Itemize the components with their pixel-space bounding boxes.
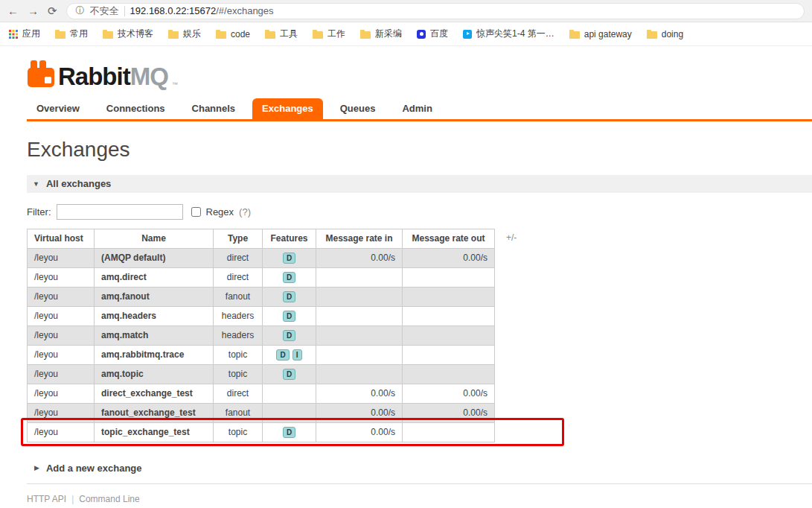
http-api-link[interactable]: HTTP API xyxy=(27,494,66,504)
bookmark-item[interactable]: api gateway xyxy=(569,29,632,39)
bookmark-label: code xyxy=(231,29,250,39)
bookmark-item[interactable]: 新采编 xyxy=(360,28,402,40)
tab-queues[interactable]: Queues xyxy=(330,98,386,119)
regex-checkbox[interactable] xyxy=(191,207,201,217)
omnibox-divider xyxy=(124,6,125,16)
type-cell: topic xyxy=(214,364,263,384)
vhost-cell: /leyou xyxy=(28,267,95,287)
expand-arrow-icon: ▶ xyxy=(34,464,39,472)
type-cell: topic xyxy=(214,422,263,442)
feature-badge-d: D xyxy=(283,369,295,380)
exchange-row: /leyouamq.rabbitmq.tracetopicDI xyxy=(28,345,495,364)
all-exchanges-section-header[interactable]: ▼ All exchanges xyxy=(27,175,812,193)
vhost-cell: /leyou xyxy=(28,326,95,345)
trademark-symbol: ™ xyxy=(172,81,178,88)
exchange-row: /leyoufanout_exchange_testfanout0.00/s0.… xyxy=(28,403,495,422)
name-cell[interactable]: amq.rabbitmq.trace xyxy=(95,345,214,364)
bookmark-item[interactable]: doing xyxy=(647,29,683,39)
feature-badge-i: I xyxy=(292,349,302,361)
type-cell: headers xyxy=(214,326,263,345)
feature-badge-d: D xyxy=(283,311,295,322)
name-cell[interactable]: fanout_exchange_test xyxy=(95,403,214,422)
type-cell: headers xyxy=(214,306,263,326)
command-line-link[interactable]: Command Line xyxy=(79,494,139,504)
exchange-row: /leyouamq.headersheadersD xyxy=(28,306,495,326)
name-cell[interactable]: (AMQP default) xyxy=(95,248,214,267)
footer-separator: | xyxy=(71,494,74,504)
bookmark-label: 技术博客 xyxy=(118,28,153,40)
col-header-name[interactable]: Name xyxy=(95,229,214,248)
name-cell[interactable]: topic_exchange_test xyxy=(95,422,214,442)
col-header-message-rate-in[interactable]: Message rate in xyxy=(316,229,403,248)
type-cell: direct xyxy=(214,384,263,403)
bookmark-label: 惊声尖笑1-4 第一… xyxy=(476,28,554,40)
add-exchange-section-header[interactable]: ▶ Add a new exchange xyxy=(27,456,812,484)
tab-connections[interactable]: Connections xyxy=(97,98,175,119)
page-title: Exchanges xyxy=(27,138,812,162)
bookmark-item[interactable]: 常用 xyxy=(55,28,88,40)
filter-input[interactable] xyxy=(57,204,183,220)
bookmark-item[interactable]: code xyxy=(216,29,250,39)
name-cell[interactable]: amq.match xyxy=(95,326,214,345)
regex-help-link[interactable]: (?) xyxy=(239,206,251,218)
folder-icon xyxy=(103,31,113,39)
tab-admin[interactable]: Admin xyxy=(392,98,441,119)
bookmark-item[interactable]: 工作 xyxy=(313,28,345,40)
refresh-icon[interactable]: ⟳ xyxy=(48,5,57,16)
bookmark-item[interactable]: 百度 xyxy=(417,28,448,40)
nav-tabs: OverviewConnectionsChannelsExchangesQueu… xyxy=(27,98,812,121)
address-bar[interactable]: ⓘ 不安全 192.168.0.22:15672/#/exchanges xyxy=(66,3,805,19)
bookmark-label: api gateway xyxy=(584,29,632,39)
vhost-cell: /leyou xyxy=(28,306,95,326)
features-cell: D xyxy=(263,287,316,306)
bookmark-item[interactable]: 应用 xyxy=(9,28,40,40)
bookmark-item[interactable]: 娱乐 xyxy=(168,28,201,40)
message-rate-out-cell: 0.00/s xyxy=(403,403,495,422)
vhost-cell: /leyou xyxy=(28,422,95,442)
bookmark-label: 娱乐 xyxy=(183,28,201,40)
name-cell[interactable]: amq.topic xyxy=(95,364,214,384)
col-header-virtual-host[interactable]: Virtual host xyxy=(28,229,95,248)
feature-badge-d: D xyxy=(283,291,295,302)
table-header-row: Virtual host Name Type Features Message … xyxy=(28,229,495,248)
message-rate-in-cell xyxy=(316,345,403,364)
security-label[interactable]: 不安全 xyxy=(90,4,119,18)
features-cell xyxy=(263,384,316,403)
feature-badge-d: D xyxy=(283,427,295,438)
message-rate-in-cell: 0.00/s xyxy=(316,422,403,442)
back-icon[interactable]: ← xyxy=(7,5,19,16)
features-cell: D xyxy=(263,267,316,287)
bookmark-item[interactable]: 惊声尖笑1-4 第一… xyxy=(463,28,554,40)
type-cell: fanout xyxy=(214,287,263,306)
forward-icon[interactable]: → xyxy=(28,5,39,16)
feature-badge-d: D xyxy=(283,330,295,341)
message-rate-in-cell xyxy=(316,306,403,326)
name-cell[interactable]: amq.fanout xyxy=(95,287,214,306)
message-rate-in-cell xyxy=(316,364,403,384)
regex-label: Regex xyxy=(206,206,234,218)
exchange-row: /leyoutopic_exchange_testtopicD0.00/s xyxy=(28,422,495,442)
message-rate-in-cell: 0.00/s xyxy=(316,403,403,422)
name-cell[interactable]: amq.headers xyxy=(95,306,214,326)
apps-grid-icon xyxy=(9,30,18,39)
tab-channels[interactable]: Channels xyxy=(182,98,246,119)
info-icon[interactable]: ⓘ xyxy=(76,4,85,17)
name-cell[interactable]: direct_exchange_test xyxy=(95,384,214,403)
message-rate-out-cell xyxy=(403,345,495,364)
rabbitmq-logo[interactable]: RabbitMQ ™ xyxy=(27,60,812,88)
col-header-type[interactable]: Type xyxy=(214,229,263,248)
col-header-features[interactable]: Features xyxy=(263,229,316,248)
vhost-cell: /leyou xyxy=(28,345,95,364)
bookmark-item[interactable]: 技术博客 xyxy=(103,28,153,40)
video-site-icon xyxy=(463,30,472,39)
tab-overview[interactable]: Overview xyxy=(27,98,89,119)
col-header-message-rate-out[interactable]: Message rate out xyxy=(403,229,495,248)
bookmark-item[interactable]: 工具 xyxy=(265,28,298,40)
vhost-cell: /leyou xyxy=(28,287,95,306)
column-selector-toggle[interactable]: +/- xyxy=(506,232,517,243)
name-cell[interactable]: amq.direct xyxy=(95,267,214,287)
message-rate-out-cell: 0.00/s xyxy=(403,248,495,267)
tab-exchanges[interactable]: Exchanges xyxy=(252,98,323,119)
exchanges-table-container: Virtual host Name Type Features Message … xyxy=(27,229,812,442)
url-path: /#/exchanges xyxy=(216,5,273,16)
